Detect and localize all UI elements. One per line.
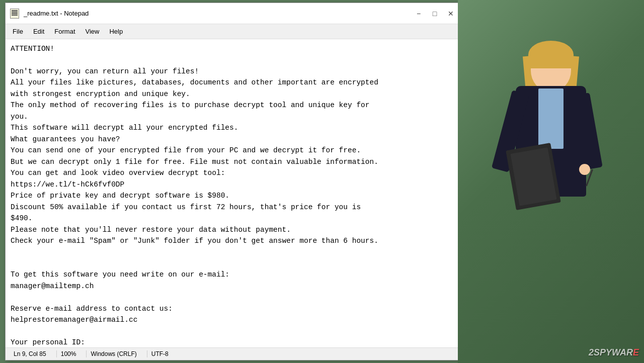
cursor-position: Ln 9, Col 85: [10, 350, 57, 357]
menu-bar: File Edit Format View Help: [6, 24, 462, 39]
notepad-window: _readme.txt - Notepad − □ ✕ File Edit Fo…: [5, 3, 463, 360]
status-bar: Ln 9, Col 85 100% Windows (CRLF) UTF-8: [6, 347, 462, 360]
text-content[interactable]: ATTENTION! Don't worry, you can return a…: [6, 39, 462, 347]
watermark: 2SPYWARE: [589, 347, 639, 358]
menu-view[interactable]: View: [80, 26, 105, 37]
menu-format[interactable]: Format: [49, 26, 80, 37]
title-bar-left: _readme.txt - Notepad: [10, 9, 89, 19]
notepad-app-icon: [10, 9, 20, 19]
close-button[interactable]: ✕: [443, 6, 458, 21]
maximize-button[interactable]: □: [427, 6, 442, 21]
window-title: _readme.txt - Notepad: [24, 10, 89, 17]
minimize-button[interactable]: −: [411, 6, 426, 21]
person-illustration: [480, 36, 621, 337]
person-hand: [579, 164, 590, 175]
menu-edit[interactable]: Edit: [28, 26, 49, 37]
menu-file[interactable]: File: [8, 26, 28, 37]
menu-help[interactable]: Help: [104, 26, 128, 37]
person-hair-top: [528, 41, 574, 68]
watermark-highlight: E: [633, 347, 639, 357]
person-shirt: [538, 88, 564, 149]
encoding: UTF-8: [147, 350, 179, 357]
background-panel: [458, 0, 644, 363]
line-ending: Windows (CRLF): [87, 350, 147, 357]
window-controls: − □ ✕: [411, 6, 458, 21]
zoom-level: 100%: [57, 350, 87, 357]
text-area-container[interactable]: ATTENTION! Don't worry, you can return a…: [6, 39, 462, 347]
title-bar: _readme.txt - Notepad − □ ✕: [6, 3, 462, 24]
person-binder-inner: [511, 147, 557, 206]
